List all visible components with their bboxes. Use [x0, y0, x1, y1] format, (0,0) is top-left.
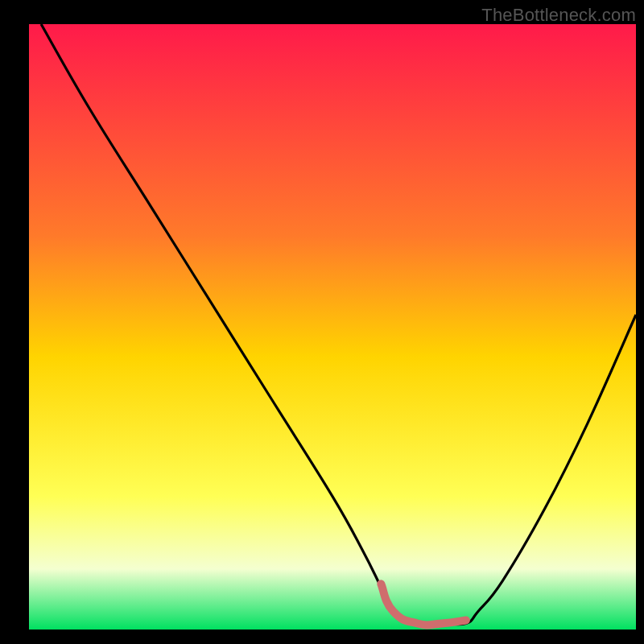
- gradient-background: [29, 24, 636, 630]
- chart-frame: { "attribution": "TheBottleneck.com", "c…: [0, 0, 644, 644]
- bottleneck-chart: [0, 0, 644, 644]
- attribution-label: TheBottleneck.com: [481, 5, 636, 26]
- plot-area: [29, 24, 636, 630]
